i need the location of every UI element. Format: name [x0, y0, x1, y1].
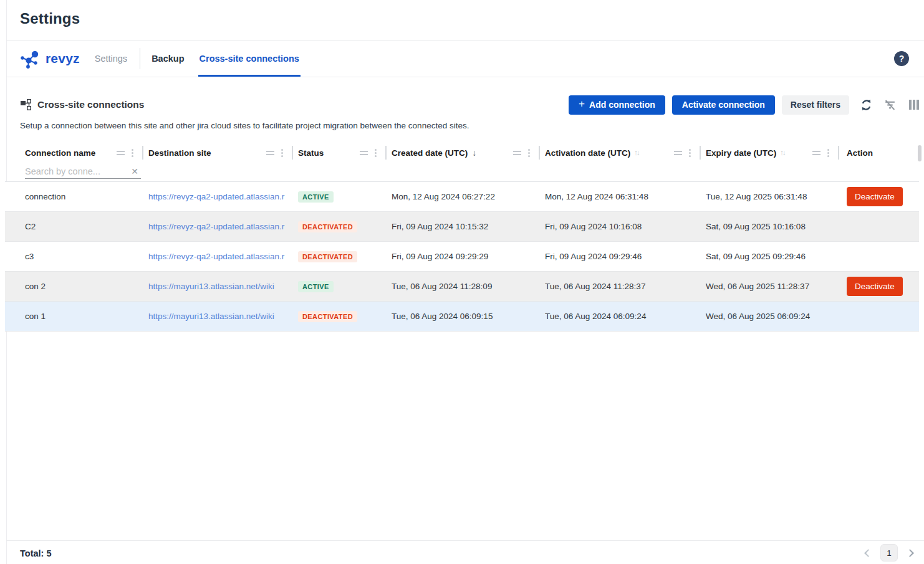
tab-cross-site-connections[interactable]: Cross-site connections [200, 41, 299, 77]
deactivate-button[interactable]: Deactivate [847, 277, 903, 296]
column-header-status[interactable]: Status [293, 142, 387, 163]
total-count: Total: 5 [20, 548, 51, 558]
column-menu-icon[interactable] [132, 149, 133, 157]
table-row[interactable]: con 2 https://mayuri13.atlassian.net/wik… [5, 272, 919, 302]
search-connection-input[interactable] [25, 166, 127, 176]
section-description: Setup a connection between this site and… [20, 121, 469, 130]
page-number-button[interactable]: 1 [880, 544, 898, 562]
cell-activation-date: Mon, 12 Aug 2024 06:31:48 [540, 192, 701, 201]
revyz-logo-icon [20, 49, 42, 69]
cell-connection-name: c3 [5, 252, 143, 261]
navbar-divider [6, 77, 924, 77]
destination-site-link[interactable]: https://mayuri13.atlassian.net/wiki [148, 282, 274, 291]
column-header-created-date[interactable]: Created date (UTC) ↓ [387, 142, 540, 163]
table-body: connection https://revyz-qa2-updated.atl… [5, 182, 919, 332]
cell-created-date: Fri, 09 Aug 2024 09:29:29 [387, 252, 540, 261]
column-filter-icon[interactable] [812, 151, 821, 155]
previous-page-icon[interactable] [864, 549, 872, 557]
activate-connection-button[interactable]: Activate connection [672, 95, 775, 115]
cell-expiry-date: Sat, 09 Aug 2025 10:16:08 [701, 222, 839, 231]
tab-separator [140, 48, 140, 69]
page-title: Settings [20, 10, 80, 27]
column-filter-icon[interactable] [266, 151, 274, 155]
column-menu-icon[interactable] [281, 149, 283, 157]
cell-activation-date: Fri, 09 Aug 2024 10:16:08 [540, 222, 701, 231]
table-row[interactable]: con 1 https://mayuri13.atlassian.net/wik… [5, 302, 919, 332]
table-filter-row: ✕ [5, 163, 919, 182]
section-title: Cross-site connections [37, 99, 144, 110]
cell-connection-name: connection [5, 192, 143, 201]
destination-site-link[interactable]: https://mayuri13.atlassian.net/wiki [148, 312, 274, 321]
pagination: 1 [865, 544, 913, 562]
help-icon[interactable]: ? [894, 51, 909, 66]
column-header-expiry-date[interactable]: Expiry date (UTC) ↑↓ [701, 142, 839, 163]
brand-name: revyz [46, 51, 80, 66]
plus-icon: + [579, 98, 585, 110]
status-badge: DEACTIVATED [298, 221, 357, 232]
cell-activation-date: Tue, 06 Aug 2024 11:28:37 [540, 282, 701, 291]
cell-expiry-date: Wed, 06 Aug 2025 06:09:24 [701, 312, 839, 321]
cell-connection-name: con 2 [5, 282, 143, 291]
table-row[interactable]: connection https://revyz-qa2-updated.atl… [5, 182, 919, 212]
cell-created-date: Tue, 06 Aug 2024 06:09:15 [387, 312, 540, 321]
destination-site-link[interactable]: https://revyz-qa2-updated.atlassian.r [148, 222, 284, 231]
footer-divider [6, 540, 924, 541]
cell-activation-date: Fri, 09 Aug 2024 09:29:46 [540, 252, 701, 261]
vertical-scrollbar-thumb[interactable] [918, 145, 922, 161]
column-header-destination-site[interactable]: Destination site [143, 142, 293, 163]
status-badge: ACTIVE [298, 281, 334, 292]
brand-logo: revyz [20, 49, 80, 69]
column-filter-icon[interactable] [360, 151, 368, 155]
column-header-connection-name[interactable]: Connection name [5, 142, 143, 163]
table-header-row: Connection name Destination site Status … [5, 142, 919, 163]
deactivate-button[interactable]: Deactivate [847, 187, 903, 206]
status-badge: ACTIVE [298, 191, 334, 203]
columns-icon[interactable] [909, 100, 919, 110]
cell-created-date: Fri, 09 Aug 2024 10:15:32 [387, 222, 540, 231]
refresh-icon[interactable] [860, 98, 873, 112]
reset-filters-button[interactable]: Reset filters [782, 95, 849, 115]
sort-toggle-icon[interactable]: ↑↓ [634, 149, 640, 156]
app-navbar: revyz Settings Backup Cross-site connect… [20, 41, 924, 77]
sort-descending-icon[interactable]: ↓ [472, 148, 476, 158]
add-connection-button[interactable]: + Add connection [569, 95, 665, 115]
section-toolbar: Cross-site connections + Add connection … [20, 92, 919, 117]
table-row[interactable]: c3 https://revyz-qa2-updated.atlassian.r… [5, 242, 919, 272]
column-header-activation-date[interactable]: Activation date (UTC) ↑↓ [540, 142, 701, 163]
connections-table: Connection name Destination site Status … [5, 142, 919, 332]
column-menu-icon[interactable] [689, 149, 691, 157]
column-filter-icon[interactable] [513, 151, 521, 155]
cell-connection-name: C2 [5, 222, 143, 231]
table-row[interactable]: C2 https://revyz-qa2-updated.atlassian.r… [5, 212, 919, 242]
cell-created-date: Tue, 06 Aug 2024 11:28:09 [387, 282, 540, 291]
column-menu-icon[interactable] [827, 149, 829, 157]
column-filter-icon[interactable] [674, 151, 682, 155]
search-input-wrap: ✕ [25, 166, 141, 179]
status-badge: DEACTIVATED [298, 251, 357, 262]
cell-connection-name: con 1 [5, 312, 143, 321]
cell-expiry-date: Wed, 06 Aug 2025 11:28:37 [701, 282, 839, 291]
column-filter-icon[interactable] [117, 151, 125, 155]
sort-toggle-icon[interactable]: ↑↓ [780, 149, 786, 156]
cell-expiry-date: Tue, 12 Aug 2025 06:31:48 [701, 192, 839, 201]
clear-search-icon[interactable]: ✕ [127, 166, 141, 176]
sitemap-icon [20, 99, 31, 110]
tab-backup[interactable]: Backup [152, 41, 184, 77]
destination-site-link[interactable]: https://revyz-qa2-updated.atlassian.r [148, 252, 284, 261]
status-badge: DEACTIVATED [298, 311, 357, 322]
column-menu-icon[interactable] [528, 149, 530, 157]
cell-expiry-date: Sat, 09 Aug 2025 09:29:46 [701, 252, 839, 261]
destination-site-link[interactable]: https://revyz-qa2-updated.atlassian.r [148, 192, 284, 201]
column-menu-icon[interactable] [375, 149, 377, 157]
next-page-icon[interactable] [906, 549, 914, 557]
column-header-action: Action [839, 142, 919, 163]
tab-settings[interactable]: Settings [95, 41, 127, 77]
cell-created-date: Mon, 12 Aug 2024 06:27:22 [387, 192, 540, 201]
cell-activation-date: Tue, 06 Aug 2024 06:09:24 [540, 312, 701, 321]
filter-off-icon[interactable] [883, 98, 897, 112]
